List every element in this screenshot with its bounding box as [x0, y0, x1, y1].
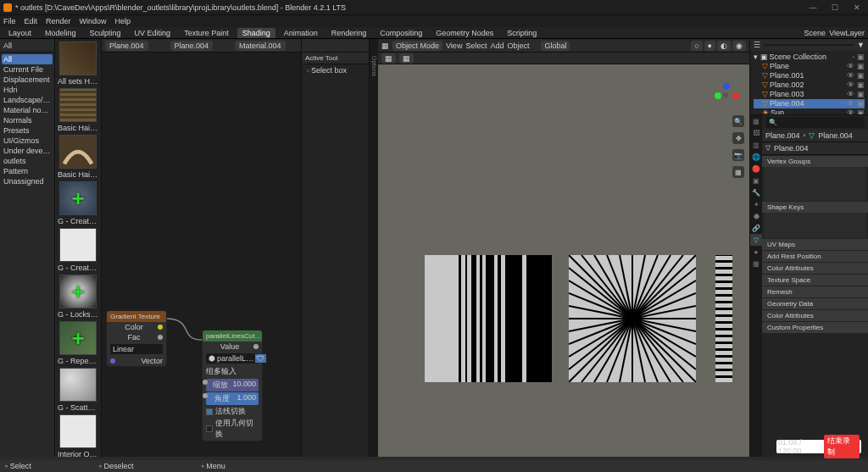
- scene-dropdown[interactable]: Scene: [804, 29, 826, 37]
- mode-dropdown[interactable]: Object Mode: [392, 41, 442, 51]
- tree-item[interactable]: Hdri: [2, 85, 53, 95]
- node-title[interactable]: parallelLinesCut…: [203, 330, 262, 342]
- tab-modeling[interactable]: Modeling: [40, 28, 81, 38]
- vp-menu-select[interactable]: Select: [465, 42, 487, 50]
- asset-item[interactable]: G - Scatter objects: [58, 368, 98, 412]
- tab-view-icon[interactable]: ▥: [750, 139, 762, 151]
- asset-browser[interactable]: All sets Hair Curves Basic Hair Curves B…: [55, 39, 102, 457]
- header-plane2[interactable]: Plane.004: [170, 41, 214, 51]
- preview-plane-2[interactable]: [569, 255, 696, 382]
- outliner-row[interactable]: ▽Plane.003👁 ▣: [754, 90, 865, 99]
- outliner-row[interactable]: ▾ ▣Scene Collection◦ ▣: [754, 53, 865, 62]
- tree-all[interactable]: All: [2, 54, 53, 64]
- tab-modifier-icon[interactable]: 🔧: [750, 186, 762, 198]
- tab-anim[interactable]: Animation: [279, 28, 323, 38]
- outliner-row[interactable]: ▽Plane.002👁 ▣: [754, 81, 865, 90]
- vp-menu-view[interactable]: View: [446, 42, 462, 50]
- active-tool-item[interactable]: ▫ Select box: [302, 64, 369, 76]
- outliner-row[interactable]: ▽Plane.001👁 ▣: [754, 71, 865, 81]
- tree-item[interactable]: Current File: [2, 64, 53, 75]
- asset-item[interactable]: G - Create rock: [58, 228, 98, 272]
- stop-record-button[interactable]: 结束录制: [824, 435, 860, 458]
- tab-material-icon[interactable]: ●: [750, 246, 762, 258]
- header-plane[interactable]: Plane.004: [105, 41, 148, 51]
- tab-scene-icon[interactable]: 🌐: [750, 151, 762, 163]
- viewlayer-dropdown[interactable]: ViewLayer: [829, 29, 865, 37]
- asset-item[interactable]: +G - Create rock…: [58, 181, 98, 225]
- socket-color-icon[interactable]: [158, 325, 163, 330]
- props-search[interactable]: 🔍: [765, 117, 865, 128]
- tree-item[interactable]: Material nodes: [2, 105, 53, 115]
- outliner-row[interactable]: ▽Plane👁 ▣: [754, 62, 865, 71]
- socket-fac-icon[interactable]: [158, 335, 163, 340]
- tree-item[interactable]: Landscape/trees: [2, 95, 53, 105]
- tab-texture-icon[interactable]: ▦: [750, 258, 762, 269]
- gizmo-y-icon[interactable]: [715, 92, 721, 99]
- outliner-search[interactable]: [764, 44, 854, 46]
- outliner-row-selected[interactable]: ▽Plane.004👁 ▣: [754, 99, 865, 108]
- zoom-icon[interactable]: 🔍: [732, 115, 744, 127]
- tree-item[interactable]: Presets: [2, 125, 53, 136]
- tree-item[interactable]: Displacement: [2, 75, 53, 85]
- panel-geo[interactable]: Geometry Data: [762, 298, 868, 309]
- active-tool-header[interactable]: Active Tool: [302, 53, 369, 64]
- outliner-row[interactable]: ☀Sun👁 ▣: [754, 108, 865, 115]
- menu-file[interactable]: File: [3, 17, 16, 25]
- outliner-type-icon[interactable]: ☰: [754, 41, 760, 49]
- shading-wire-icon[interactable]: ○: [691, 41, 702, 51]
- tab-geo[interactable]: Geometry Nodes: [431, 28, 498, 38]
- asset-item[interactable]: Basic Hair Curves: [58, 88, 98, 132]
- maximize-button[interactable]: ☐: [827, 3, 843, 12]
- minimize-button[interactable]: —: [805, 3, 821, 12]
- tree-item[interactable]: Unassigned: [2, 176, 53, 186]
- filter-icon[interactable]: ▼: [857, 41, 865, 49]
- panel-uv[interactable]: UV Maps: [762, 239, 868, 250]
- checkbox-normal[interactable]: 法线切换: [206, 406, 259, 417]
- panel-custom[interactable]: Custom Properties: [762, 322, 868, 333]
- panel-body[interactable]: [764, 167, 866, 201]
- panel-body[interactable]: [764, 213, 866, 238]
- menu-window[interactable]: Window: [80, 17, 107, 25]
- node-editor[interactable]: Plane.004 Plane.004 Material.004 Gradien…: [102, 39, 302, 457]
- node-gradient-texture[interactable]: Gradient Texture Color Fac Linear Vector: [106, 310, 167, 367]
- gizmo-x-icon[interactable]: [732, 92, 739, 99]
- move-icon[interactable]: ✥: [732, 132, 744, 144]
- asset-item[interactable]: +G - Lockscape l…: [58, 275, 98, 319]
- persp-icon[interactable]: ▦: [732, 166, 744, 178]
- tab-comp[interactable]: Compositing: [375, 28, 427, 38]
- asset-item[interactable]: +G - Repeating Lan…: [58, 321, 98, 365]
- props-datablock[interactable]: ▽ Plane.004: [762, 142, 868, 155]
- vp-menu-add[interactable]: Add: [490, 42, 504, 50]
- tab-particle-icon[interactable]: ✦: [750, 198, 762, 210]
- menu-edit[interactable]: Edit: [25, 17, 38, 25]
- socket-value-icon[interactable]: [253, 344, 259, 349]
- node-title[interactable]: Gradient Texture: [107, 311, 166, 322]
- panel-tex[interactable]: Texture Space: [762, 275, 868, 286]
- panel-attr[interactable]: Color Attributes: [762, 310, 868, 321]
- overlay-toggle-icon[interactable]: ▦: [399, 53, 414, 64]
- vp-menu-object[interactable]: Object: [507, 42, 529, 50]
- sidetab-item[interactable]: Options: [371, 56, 377, 76]
- input-angle[interactable]: 角度1.000: [206, 392, 259, 405]
- group-fake-user-icon[interactable]: 🛡: [255, 354, 266, 363]
- tab-data-icon[interactable]: ▽: [750, 234, 762, 246]
- tab-render[interactable]: Rendering: [326, 28, 372, 38]
- panel-rest[interactable]: Add Rest Position: [762, 251, 868, 262]
- preview-plane-1[interactable]: [425, 255, 552, 382]
- bc-data[interactable]: Plane.004: [818, 131, 853, 140]
- tab-constraint-icon[interactable]: 🔗: [750, 222, 762, 234]
- asset-item[interactable]: All sets Hair Curves: [58, 42, 98, 86]
- asset-item[interactable]: Basic Hair Curves: [58, 135, 98, 179]
- overlay-toggle-icon[interactable]: ▦: [381, 53, 396, 64]
- asset-item[interactable]: Interior Outlets: [58, 414, 98, 457]
- header-mat[interactable]: Material.004: [235, 41, 286, 51]
- tree-item[interactable]: Pattern: [2, 166, 53, 176]
- viewport-3d[interactable]: 🔍 ✥ 📷 ▦: [378, 64, 749, 457]
- tab-world-icon[interactable]: 🔴: [750, 163, 762, 175]
- close-button[interactable]: ✕: [849, 3, 865, 12]
- socket-vector-icon[interactable]: [110, 358, 115, 364]
- camera-icon[interactable]: 📷: [732, 149, 744, 161]
- menu-render[interactable]: Render: [46, 17, 71, 25]
- tab-layout[interactable]: Layout: [3, 28, 36, 38]
- tree-item[interactable]: Under development: [2, 146, 53, 156]
